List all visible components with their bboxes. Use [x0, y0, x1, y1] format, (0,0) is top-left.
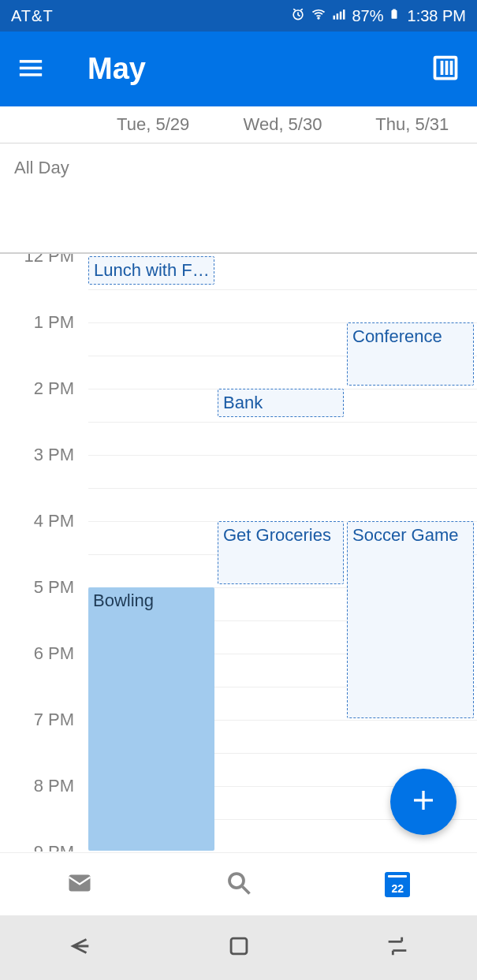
hour-label: 7 PM [34, 710, 74, 730]
hour-label: 4 PM [34, 511, 74, 531]
recents-icon [384, 933, 411, 963]
svg-rect-8 [20, 60, 42, 63]
nav-mail[interactable] [0, 853, 159, 915]
plus-icon [409, 786, 438, 818]
svg-rect-7 [393, 9, 396, 10]
sys-back-button[interactable] [0, 915, 159, 980]
calendar-grid[interactable]: 12 PM 1 PM 2 PM 3 PM 4 PM 5 PM 6 PM 7 PM… [0, 254, 477, 851]
home-square-icon [225, 933, 252, 963]
event-groceries[interactable]: Get Groceries [218, 521, 344, 584]
status-bar: AT&T 87% 1:38 PM [0, 0, 477, 32]
allday-label: All Day [0, 143, 88, 252]
signal-icon [331, 6, 347, 26]
allday-cell[interactable] [88, 143, 218, 252]
carrier-label: AT&T [11, 7, 290, 25]
allday-cell[interactable] [348, 143, 477, 252]
hour-label: 5 PM [34, 577, 74, 598]
nav-search[interactable] [159, 853, 319, 915]
time-column: 12 PM 1 PM 2 PM 3 PM 4 PM 5 PM 6 PM 7 PM… [0, 254, 88, 851]
event-bowling[interactable]: Bowling [88, 587, 214, 851]
calendar-view-icon[interactable] [431, 54, 460, 85]
add-event-button[interactable] [390, 769, 457, 835]
svg-point-18 [229, 874, 244, 888]
event-soccer[interactable]: Soccer Game [347, 521, 474, 718]
svg-rect-20 [231, 938, 247, 954]
battery-icon [389, 6, 400, 27]
allday-cell[interactable] [218, 143, 347, 252]
nav-calendar[interactable]: 22 [318, 853, 477, 915]
hour-label: 6 PM [34, 643, 74, 664]
sys-home-button[interactable] [159, 915, 319, 980]
svg-rect-4 [340, 11, 342, 19]
status-right: 87% 1:38 PM [290, 6, 466, 27]
sys-recents-button[interactable] [318, 915, 477, 980]
calendar-day-number: 22 [391, 882, 404, 895]
hour-label: 12 PM [24, 254, 74, 266]
svg-rect-17 [69, 874, 90, 891]
hour-label: 9 PM [34, 842, 74, 851]
svg-point-1 [319, 17, 320, 19]
alarm-icon [290, 6, 306, 26]
hour-label: 8 PM [34, 776, 74, 796]
svg-rect-2 [334, 15, 336, 19]
svg-rect-6 [391, 9, 397, 18]
bottom-nav: 22 [0, 852, 477, 915]
battery-percent: 87% [352, 7, 383, 25]
event-lunch[interactable]: Lunch with F… [88, 256, 214, 285]
back-arrow-icon [66, 933, 93, 963]
svg-line-19 [242, 886, 249, 893]
svg-rect-9 [20, 66, 42, 69]
mail-icon [65, 869, 94, 900]
system-nav [0, 915, 477, 980]
app-bar: May [0, 32, 477, 106]
event-bank[interactable]: Bank [218, 389, 344, 417]
search-icon [225, 869, 253, 900]
clock-label: 1:38 PM [408, 7, 466, 25]
svg-rect-3 [337, 13, 339, 19]
wifi-icon [311, 6, 326, 26]
hamburger-menu-icon[interactable] [17, 54, 44, 84]
page-title: May [88, 52, 431, 86]
day-header[interactable]: Thu, 5/31 [348, 106, 477, 143]
day-header[interactable]: Wed, 5/30 [218, 106, 347, 143]
calendar-icon: 22 [385, 872, 410, 897]
event-conference[interactable]: Conference [347, 322, 474, 386]
hour-label: 1 PM [34, 312, 74, 333]
allday-row: All Day [0, 143, 477, 254]
day-headers: Tue, 5/29 Wed, 5/30 Thu, 5/31 [0, 106, 477, 143]
day-header[interactable]: Tue, 5/29 [88, 106, 218, 143]
hour-label: 2 PM [34, 378, 74, 399]
hour-label: 3 PM [34, 445, 74, 465]
svg-rect-5 [343, 9, 345, 20]
svg-rect-10 [20, 73, 42, 76]
